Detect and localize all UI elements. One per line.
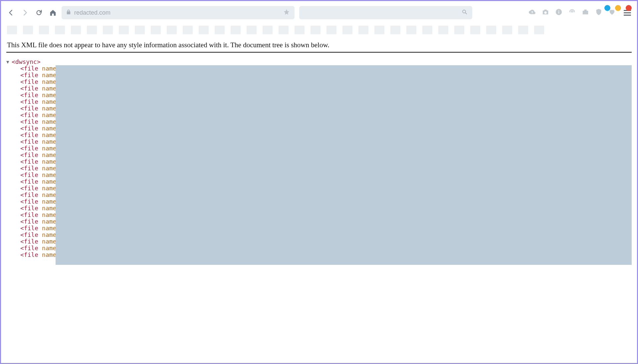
xml-no-style-notice: This XML file does not appear to have an…: [6, 40, 632, 53]
tab-placeholder[interactable]: [326, 26, 336, 34]
tab-placeholder[interactable]: [263, 26, 273, 34]
bookmark-star-icon[interactable]: [283, 9, 290, 17]
xml-tree: ▼ <dwsync> <file name=<file name=<file n…: [6, 59, 632, 258]
xml-root-element[interactable]: ▼ <dwsync>: [6, 59, 632, 65]
tab-placeholder[interactable]: [454, 26, 464, 34]
reload-button[interactable]: [35, 9, 43, 17]
tab-placeholder[interactable]: [518, 26, 528, 34]
search-icon: [462, 9, 468, 16]
window-dot-yellow: [615, 5, 621, 11]
tab-placeholder[interactable]: [55, 26, 65, 34]
tab-placeholder[interactable]: [486, 26, 496, 34]
shield-icon[interactable]: [595, 8, 602, 17]
lock-icon: [66, 9, 71, 16]
tab-placeholder[interactable]: [23, 26, 33, 34]
tab-placeholder[interactable]: [470, 26, 480, 34]
tab-placeholder[interactable]: [215, 26, 225, 34]
tab-placeholder[interactable]: [311, 26, 320, 34]
collapse-toggle-icon[interactable]: ▼: [6, 59, 11, 65]
tab-placeholder[interactable]: [390, 26, 400, 34]
home-button[interactable]: [49, 9, 57, 17]
svg-rect-3: [558, 10, 559, 11]
page-content: This XML file does not appear to have an…: [1, 36, 637, 264]
tab-placeholder[interactable]: [279, 26, 289, 34]
broadcast-icon[interactable]: [568, 8, 576, 17]
forward-button[interactable]: [21, 9, 29, 17]
search-bar[interactable]: [299, 6, 472, 19]
info-icon[interactable]: [555, 8, 562, 17]
nav-buttons-group: [7, 9, 57, 17]
browser-toolbar: [1, 1, 637, 24]
tab-placeholder[interactable]: [39, 26, 49, 34]
svg-rect-2: [558, 11, 559, 13]
tab-placeholder[interactable]: [71, 26, 81, 34]
tab-placeholder[interactable]: [167, 26, 177, 34]
tab-placeholder[interactable]: [247, 26, 257, 34]
window-control-dots: [604, 5, 632, 11]
tab-placeholder[interactable]: [7, 26, 17, 34]
tab-placeholder[interactable]: [151, 26, 161, 34]
tab-placeholder[interactable]: [199, 26, 209, 34]
tab-placeholder[interactable]: [87, 26, 97, 34]
url-input[interactable]: [74, 9, 280, 16]
camera-icon[interactable]: [542, 8, 549, 17]
tab-placeholder[interactable]: [135, 26, 145, 34]
redacted-content-block: [56, 65, 632, 265]
tab-placeholder[interactable]: [502, 26, 512, 34]
tab-placeholder[interactable]: [119, 26, 129, 34]
tab-strip: [1, 24, 637, 36]
svg-point-4: [571, 11, 573, 13]
briefcase-icon[interactable]: [582, 8, 589, 17]
window-dot-blue: [604, 5, 610, 11]
back-button[interactable]: [7, 9, 15, 17]
tab-placeholder[interactable]: [231, 26, 241, 34]
cloud-upload-icon[interactable]: [529, 8, 536, 17]
tab-placeholder[interactable]: [358, 26, 368, 34]
tab-placeholder[interactable]: [438, 26, 448, 34]
tab-placeholder[interactable]: [103, 26, 113, 34]
tab-placeholder[interactable]: [342, 26, 352, 34]
xml-root-open: <dwsync>: [12, 59, 41, 65]
tab-placeholder[interactable]: [422, 26, 432, 34]
tab-placeholder[interactable]: [183, 26, 193, 34]
tab-placeholder[interactable]: [295, 26, 305, 34]
tab-placeholder[interactable]: [534, 26, 544, 34]
tab-placeholder[interactable]: [406, 26, 416, 34]
address-bar[interactable]: [62, 6, 295, 19]
window-dot-red: [626, 5, 632, 11]
tab-placeholder[interactable]: [374, 26, 384, 34]
